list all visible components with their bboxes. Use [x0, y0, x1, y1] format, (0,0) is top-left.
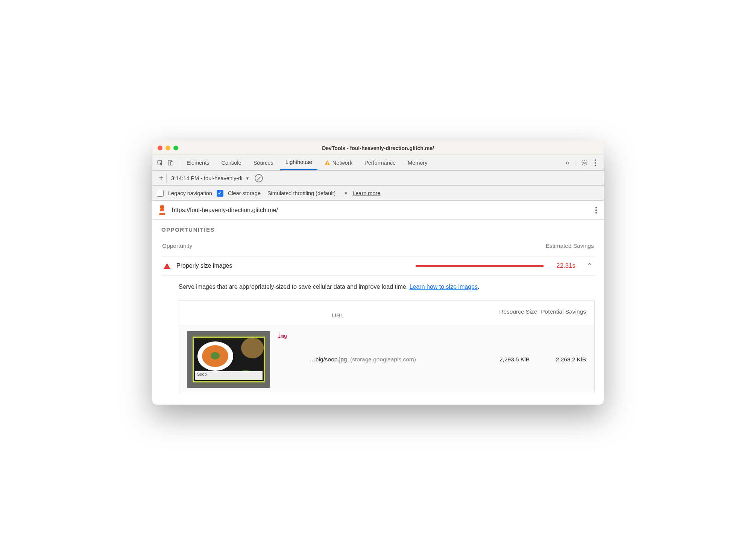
report-selector[interactable]: 3:14:14 PM - foul-heavenly-di ▼ [171, 175, 249, 181]
legacy-nav-label: Legacy navigation [168, 190, 212, 196]
column-headers: Opportunity Estimated Savings [161, 243, 595, 249]
warning-icon [324, 160, 330, 166]
savings-bar [416, 265, 543, 267]
table-row: Soop img …big/soop.jpg (storage.googleap… [179, 326, 594, 393]
lighthouse-toolbar: + 3:14:14 PM - foul-heavenly-di ▼ [152, 171, 604, 186]
window-title: DevTools - foul-heavenly-direction.glitc… [152, 145, 604, 151]
new-report-button[interactable]: + [156, 174, 167, 182]
details-table: URL Resource Size Potential Savings Soop… [179, 300, 595, 393]
tab-memory[interactable]: Memory [402, 155, 433, 170]
th-potential: Potential Savings [537, 308, 586, 319]
report-url: https://foul-heavenly-direction.glitch.m… [172, 207, 278, 214]
tab-network[interactable]: Network [319, 155, 358, 170]
tab-lighthouse[interactable]: Lighthouse [280, 155, 317, 170]
tab-sources[interactable]: Sources [248, 155, 279, 170]
thumb-caption: Soop [195, 371, 263, 380]
clear-storage-label: Clear storage [228, 190, 261, 196]
col-savings: Estimated Savings [546, 243, 594, 249]
svg-point-6 [584, 162, 586, 164]
devtools-window: DevTools - foul-heavenly-direction.glitc… [152, 141, 604, 405]
device-toolbar-icon[interactable] [167, 159, 174, 166]
devtools-tabbar: Elements Console Sources Lighthouse Netw… [152, 155, 604, 171]
image-thumbnail[interactable]: Soop [187, 331, 270, 388]
tab-elements[interactable]: Elements [181, 155, 214, 170]
th-url: URL [187, 308, 488, 319]
learn-more-link[interactable]: Learn more [352, 190, 380, 196]
panel-tabs: Elements Console Sources Lighthouse Netw… [181, 155, 565, 170]
col-opportunity: Opportunity [162, 243, 192, 249]
legacy-nav-checkbox[interactable] [157, 190, 164, 197]
section-title: OPPORTUNITIES [161, 226, 595, 233]
resource-url[interactable]: …big/soop.jpg (storage.googleapis.com) [295, 356, 473, 363]
savings-value: 22.31s [556, 262, 575, 270]
opportunity-row[interactable]: Properly size images 22.31s ⌃ [161, 256, 595, 276]
th-size: Resource Size [488, 308, 537, 319]
inspect-element-icon[interactable] [157, 159, 164, 166]
tab-performance[interactable]: Performance [359, 155, 401, 170]
report-content: OPPORTUNITIES Opportunity Estimated Savi… [152, 220, 604, 405]
gear-icon[interactable] [581, 159, 588, 166]
svg-rect-4 [327, 162, 328, 164]
report-menu-icon[interactable] [594, 205, 598, 215]
kebab-menu-icon[interactable] [593, 158, 598, 168]
throttling-label: Simulated throttling (default) [267, 190, 335, 196]
fail-triangle-icon [164, 263, 170, 269]
svg-rect-2 [170, 162, 173, 165]
potential-savings: 2,268.2 KiB [537, 356, 586, 363]
svg-rect-5 [327, 164, 328, 165]
learn-size-images-link[interactable]: Learn how to size images [410, 284, 478, 290]
tab-console[interactable]: Console [216, 155, 246, 170]
more-tabs-icon[interactable]: » [565, 159, 569, 167]
clear-icon[interactable] [255, 174, 263, 182]
report-url-bar: https://foul-heavenly-direction.glitch.m… [152, 201, 604, 220]
lighthouse-options-bar: Legacy navigation ✓ Clear storage Simula… [152, 186, 604, 201]
opportunity-description: Serve images that are appropriately-size… [161, 276, 595, 300]
lighthouse-icon [158, 205, 167, 215]
throttling-dropdown-icon[interactable]: ▼ [344, 191, 348, 196]
titlebar: DevTools - foul-heavenly-direction.glitc… [152, 141, 604, 155]
chevron-up-icon[interactable]: ⌃ [587, 262, 592, 270]
dropdown-caret-icon: ▼ [245, 176, 249, 180]
table-header: URL Resource Size Potential Savings [179, 301, 594, 326]
element-tag: img [278, 333, 287, 339]
resource-size: 2,293.5 KiB [481, 356, 530, 363]
clear-storage-checkbox[interactable]: ✓ [217, 190, 223, 197]
opportunity-name: Properly size images [176, 262, 232, 269]
